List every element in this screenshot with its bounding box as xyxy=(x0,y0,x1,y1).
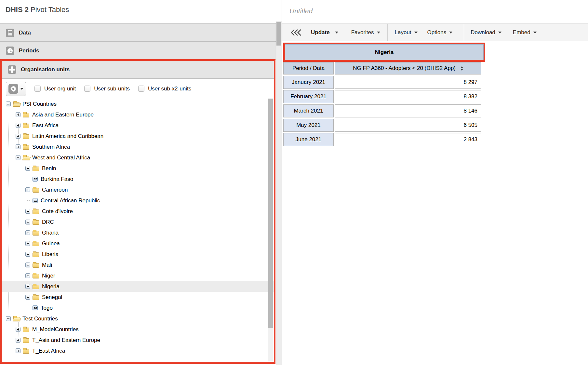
expand-icon[interactable] xyxy=(25,263,30,267)
folder-icon xyxy=(23,328,29,332)
sort-icon[interactable] xyxy=(461,66,463,71)
orgunit-header-cell[interactable]: Nigeria xyxy=(285,44,484,60)
expand-icon[interactable] xyxy=(16,327,20,332)
folder-icon xyxy=(23,124,29,128)
chevron-down-icon xyxy=(414,32,418,34)
pivot-data-table: Period / Data NG FP A360 - Adopters < 20… xyxy=(282,61,482,147)
accordion-section-data[interactable]: Data xyxy=(0,24,276,42)
tree-item[interactable]: Guinea xyxy=(2,238,274,249)
tree-item-selected[interactable]: Nigeria xyxy=(2,281,274,292)
pivot-panel: Untitled Update Favorites Layout Options xyxy=(282,0,588,365)
tree-scrollbar[interactable] xyxy=(268,99,273,361)
period-cell[interactable]: February 2021 xyxy=(283,90,334,103)
value-cell[interactable]: 8 297 xyxy=(335,76,481,89)
chevron-down-icon xyxy=(449,32,452,34)
expand-icon[interactable] xyxy=(16,144,20,149)
tree-item[interactable]: M_ModelCountries xyxy=(2,324,274,335)
tree-item[interactable]: T_East Africa xyxy=(2,345,274,356)
period-cell[interactable]: January 2021 xyxy=(283,76,334,89)
expand-icon[interactable] xyxy=(25,273,30,278)
orgunit-settings-button[interactable] xyxy=(6,82,26,96)
user-sub-x2-units-checkbox[interactable] xyxy=(138,86,144,92)
tree-item[interactable]: T_Asia and Eastern Europe xyxy=(2,335,274,345)
data-column-header-cell[interactable]: NG FP A360 - Adopters < 20 (DHIS2 App) xyxy=(335,62,481,74)
embed-button[interactable]: Embed xyxy=(513,29,537,36)
tree-item[interactable]: Liberia xyxy=(2,249,274,260)
period-cell[interactable]: May 2021 xyxy=(283,119,334,132)
tree-item[interactable]: Senegal xyxy=(2,292,274,303)
period-cell[interactable]: March 2021 xyxy=(283,104,334,117)
folder-icon xyxy=(33,285,39,289)
table-row: May 2021 6 505 xyxy=(283,119,481,132)
value-cell[interactable]: 8 146 xyxy=(335,104,481,117)
user-org-unit-label: User org unit xyxy=(44,86,76,92)
favorite-title-bar: Untitled xyxy=(282,0,588,24)
tree-item[interactable]: PSI Countries xyxy=(2,99,274,109)
dimension-sidebar: DHIS 2 Pivot Tables Data Periods Organis… xyxy=(0,0,276,365)
collapse-icon[interactable] xyxy=(6,101,11,106)
sidebar-scrollbar[interactable] xyxy=(276,21,282,365)
user-org-unit-checkbox[interactable] xyxy=(34,86,41,92)
folder-icon xyxy=(33,188,39,193)
expand-icon[interactable] xyxy=(25,187,30,192)
tree-item[interactable]: Burkina Faso xyxy=(2,174,274,184)
accordion-label-periods: Periods xyxy=(19,47,39,54)
toolbar-separator xyxy=(464,24,464,41)
chevron-down-icon xyxy=(377,32,380,34)
tree-item[interactable]: Asia and Eastern Europe xyxy=(2,109,274,120)
expand-icon[interactable] xyxy=(25,284,30,289)
user-sub-units-checkbox[interactable] xyxy=(84,86,90,92)
tree-item[interactable]: Togo xyxy=(2,303,274,313)
update-button[interactable]: Update xyxy=(311,29,330,36)
tree-item[interactable]: Cote d'Ivoire xyxy=(2,206,274,217)
expand-icon[interactable] xyxy=(16,112,20,117)
options-button[interactable]: Options xyxy=(427,29,453,36)
download-button[interactable]: Download xyxy=(471,29,501,36)
tree-item[interactable]: East Africa xyxy=(2,120,274,131)
expand-icon[interactable] xyxy=(16,338,20,343)
expand-icon[interactable] xyxy=(25,209,30,214)
period-cell[interactable]: June 2021 xyxy=(283,133,334,146)
user-sub-x2-units-checkbox-group[interactable]: User sub-x2-units xyxy=(138,86,191,92)
tree-item[interactable]: Benin xyxy=(2,163,274,174)
tree-item[interactable]: DRC xyxy=(2,217,274,227)
collapse-icon[interactable] xyxy=(16,155,20,160)
value-cell[interactable]: 8 382 xyxy=(335,90,481,103)
tree-item[interactable]: Latin America and Caribbean xyxy=(2,131,274,142)
user-sub-units-checkbox-group[interactable]: User sub-units xyxy=(84,86,130,92)
dimension-header-cell[interactable]: Period / Data xyxy=(283,62,334,74)
tree-item[interactable]: Test Countries xyxy=(2,313,274,324)
sidebar-scrollbar-thumb[interactable] xyxy=(276,22,281,46)
expand-icon[interactable] xyxy=(25,241,30,246)
value-cell[interactable]: 2 843 xyxy=(335,133,481,146)
table-row: February 2021 8 382 xyxy=(283,90,481,103)
accordion-section-orgunits[interactable]: Organisation units xyxy=(2,61,274,79)
expand-icon[interactable] xyxy=(16,348,20,353)
layout-button[interactable]: Layout xyxy=(395,29,418,36)
tree-connector xyxy=(25,198,30,203)
tree-item[interactable]: Ghana xyxy=(2,227,274,238)
user-org-unit-checkbox-group[interactable]: User org unit xyxy=(34,86,76,92)
tree-item[interactable]: Mali xyxy=(2,260,274,270)
expand-icon[interactable] xyxy=(16,123,20,128)
expand-icon[interactable] xyxy=(25,295,30,300)
expand-icon[interactable] xyxy=(16,134,20,139)
collapse-sidebar-button[interactable] xyxy=(290,29,302,36)
accordion-section-periods[interactable]: Periods xyxy=(0,42,276,60)
chevron-down-icon xyxy=(335,32,338,34)
tree-scrollbar-thumb[interactable] xyxy=(268,99,273,328)
tree-item[interactable]: Central African Republic xyxy=(2,195,274,206)
expand-icon[interactable] xyxy=(25,252,30,257)
tree-item[interactable]: Cameroon xyxy=(2,184,274,195)
expand-icon[interactable] xyxy=(25,166,30,171)
tree-item[interactable]: Niger xyxy=(2,270,274,281)
update-menu-button[interactable] xyxy=(335,32,338,34)
favorites-button[interactable]: Favorites xyxy=(351,29,380,36)
collapse-icon[interactable] xyxy=(6,316,11,321)
tree-item[interactable]: Southern Africa xyxy=(2,142,274,152)
tree-item[interactable]: West and Central Africa xyxy=(2,152,274,163)
orgunit-plus-icon xyxy=(8,65,16,74)
value-cell[interactable]: 6 505 xyxy=(335,119,481,132)
expand-icon[interactable] xyxy=(25,230,30,235)
expand-icon[interactable] xyxy=(25,220,30,224)
